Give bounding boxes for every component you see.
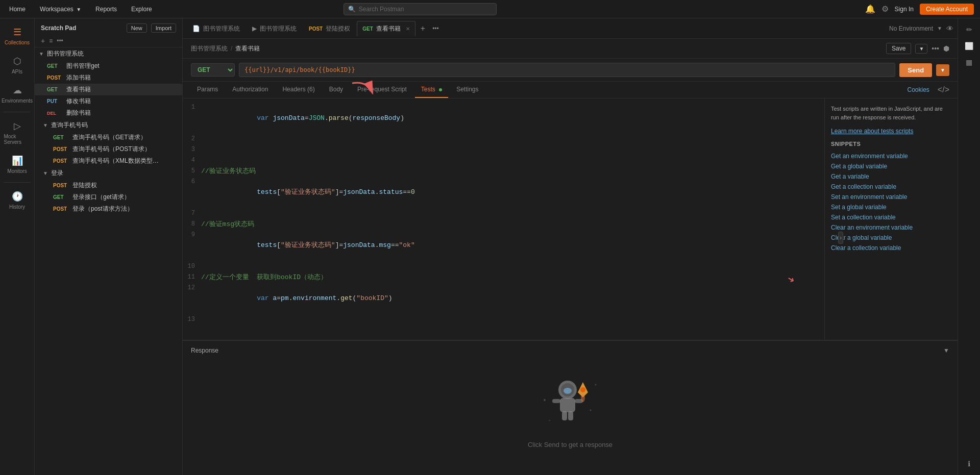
code-editor[interactable]: 1 var jsonData=JSON.parse(responseBody) … [183,98,825,340]
tab-books-runner[interactable]: ▶ 图书管理系统 [247,21,302,36]
collection-name-main: 图书管理系统 [47,49,84,58]
code-line-13: 13 [183,315,824,326]
request-item-view-book[interactable]: GET 查看书籍 [35,84,182,95]
request-item-phone-post[interactable]: POST 查询手机号码（POST请求） [35,143,182,155]
tab-login-auth[interactable]: POST 登陆授权 [303,21,356,36]
new-button[interactable]: New [127,23,147,33]
new-tab-button[interactable]: + [416,24,429,33]
collapse-panel-button[interactable]: › [838,232,843,244]
learn-more-link[interactable]: Learn more about tests scripts [831,128,951,135]
sidebar-item-history[interactable]: 🕐 History [2,187,33,214]
request-item-delete-book[interactable]: DEL 删除书籍 [35,107,182,119]
request-item-login-auth[interactable]: POST 登陆授权 [35,180,182,191]
code-line-4: 4 [183,156,824,166]
add-collection-button[interactable]: + [41,37,45,45]
send-dropdown-button[interactable]: ▼ [936,64,949,76]
code-line-11: 11 //定义一个变量 获取到bookID（动态） ➜ [183,272,824,283]
tab-body[interactable]: Body [323,82,349,98]
panel-icon-button[interactable]: ⬜ [962,39,976,53]
top-navigation: Home Workspaces ▼ Reports Explore 🔍 Sear… [0,0,980,18]
tab-books-collection[interactable]: 📄 图书管理系统 [187,21,246,36]
snippet-set-collection-var[interactable]: Set a collection variable [831,212,951,222]
snippet-get-global-var[interactable]: Get a global variable [831,161,951,171]
svg-point-9 [581,394,585,402]
subsection-name-phone: 查询手机号码 [51,121,88,130]
snippet-clear-env-var[interactable]: Clear an environment variable [831,222,951,233]
cookies-link[interactable]: Cookies [908,86,929,93]
more-tabs-button[interactable]: ••• [430,25,441,32]
subsection-header-phone[interactable]: ▼ 查询手机号码 [35,119,182,132]
mock-servers-label: Mock Servers [4,134,31,145]
import-button[interactable]: Import [151,23,176,33]
edit-icon-button[interactable]: ✏ [963,22,975,37]
request-name: 登录接口（get请求） [72,193,130,202]
sign-in-link[interactable]: Sign In [895,6,914,13]
method-select[interactable]: GET POST PUT DELETE PATCH [191,63,235,77]
snippet-clear-collection-var[interactable]: Clear a collection variable [831,243,951,253]
snippet-get-env-var[interactable]: Get an environment variable [831,151,951,161]
info-icon-button[interactable]: ℹ [965,457,973,471]
response-area: Response ▼ [183,340,958,475]
reports-link[interactable]: Reports [92,4,120,15]
environment-chevron-icon[interactable]: ▼ [937,26,942,31]
expand-panel-icon[interactable]: ⬢ [943,44,949,53]
tab-authorization[interactable]: Authorization [226,82,274,98]
request-item-phone-get[interactable]: GET 查询手机号码（GET请求） [35,132,182,143]
tab-pre-request-script[interactable]: Pre-request Script [351,82,413,98]
tab-headers[interactable]: Headers (6) [276,82,321,98]
snippet-set-global-var[interactable]: Set a global variable [831,202,951,212]
notification-icon[interactable]: 🔔 [865,4,875,14]
snippet-clear-global-var[interactable]: Clear a global variable [831,233,951,243]
sort-button[interactable]: ≡ [49,37,53,44]
tab-params[interactable]: Params [191,82,224,98]
monitors-icon: 📊 [12,155,23,166]
request-item-login-get[interactable]: GET 登录接口（get请求） [35,191,182,203]
columns-icon-button[interactable]: ▦ [963,55,975,69]
snippet-set-env-var[interactable]: Set an environment variable [831,192,951,202]
workspaces-link[interactable]: Workspaces ▼ [37,4,84,15]
request-item-edit-book[interactable]: PUT 修改书籍 [35,95,182,107]
environment-eye-icon[interactable]: 👁 [946,24,953,33]
collection-header-main[interactable]: ▼ 图书管理系统 [35,47,182,60]
create-account-button[interactable]: Create Account [920,4,974,15]
home-link[interactable]: Home [6,4,29,15]
tab-view-book[interactable]: GET 查看书籍 ✕ [357,21,415,36]
subsection-header-login[interactable]: ▼ 登录 [35,167,182,180]
url-input[interactable] [239,63,895,77]
apis-icon: ⬡ [13,56,21,67]
tab-close-icon[interactable]: ✕ [406,26,410,32]
more-request-button[interactable]: ••• [932,44,939,53]
more-sidebar-button[interactable]: ••• [57,37,63,44]
svg-point-12 [549,420,550,421]
tests-active-dot [439,88,442,91]
request-item-get-books[interactable]: GET 图书管理get [35,60,182,72]
request-item-login-post[interactable]: POST 登录（post请求方法） [35,203,182,215]
tab-tests[interactable]: Tests [415,82,448,98]
tab-settings[interactable]: Settings [450,82,484,98]
topnav-right: 🔔 ⚙ Sign In Create Account [865,4,974,15]
snippet-get-collection-var[interactable]: Get a collection variable [831,182,951,192]
settings-icon[interactable]: ⚙ [881,4,889,14]
send-button[interactable]: Send [899,63,932,77]
response-collapse-icon[interactable]: ▼ [943,347,949,354]
expand-editor-icon[interactable]: </> [938,85,949,94]
sidebar-item-mock-servers[interactable]: ▷ Mock Servers [2,116,33,149]
sidebar-item-monitors[interactable]: 📊 Monitors [2,151,33,178]
sidebar-item-environments[interactable]: ☁ Environments [2,81,33,108]
save-dropdown-button[interactable]: ▼ [915,44,927,54]
far-right-sidebar: ✏ ⬜ ▦ ℹ [958,18,980,475]
search-bar[interactable]: 🔍 Search Postman [344,3,497,15]
scratch-pad-title: Scratch Pad [41,24,76,32]
method-badge: POST [53,183,69,188]
save-button[interactable]: Save [886,43,911,54]
request-item-phone-xml[interactable]: POST 查询手机号码（XML数据类型PO...） [35,155,182,167]
sidebar-item-apis[interactable]: ⬡ APIs [2,52,33,79]
tab-play-icon: ▶ [252,25,257,32]
breadcrumb-collection[interactable]: 图书管理系统 [191,44,228,53]
request-item-add-book[interactable]: POST 添加书籍 [35,72,182,84]
snippet-get-var[interactable]: Get a variable [831,171,951,182]
code-line-1: 1 var jsonData=JSON.parse(responseBody) [183,103,824,134]
sidebar-item-collections[interactable]: ☰ Collections [2,22,33,49]
explore-link[interactable]: Explore [128,4,155,15]
request-name: 登录（post请求方法） [72,205,133,213]
